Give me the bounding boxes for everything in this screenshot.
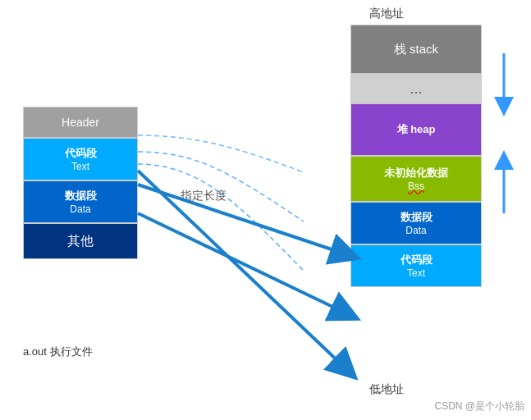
low-address-label: 低地址 [369, 382, 404, 397]
mem-bss: 未初始化数据 Bss [350, 156, 482, 202]
memory-box: 栈 stack ... 堆 heap 未初始化数据 Bss 数据段 Data 代… [350, 25, 482, 287]
mem-text: 代码段 Text [350, 244, 482, 287]
mem-data: 数据段 Data [350, 202, 482, 244]
high-address-label: 高地址 [369, 7, 404, 21]
svg-line-4 [138, 185, 346, 254]
svg-line-3 [138, 213, 346, 313]
segment-text: 代码段 Text [23, 138, 138, 180]
segment-header: Header [23, 107, 138, 138]
mem-stack: 栈 stack [350, 25, 482, 74]
segment-other: 其他 [23, 223, 138, 259]
aout-label: a.out 执行文件 [23, 345, 93, 359]
mem-dots: ... [350, 74, 482, 103]
csdn-label: CSDN @是个小轮胎 [434, 399, 524, 413]
svg-line-2 [138, 171, 346, 369]
mem-heap: 堆 heap [350, 103, 482, 156]
main-container: 高地址 Header 代码段 Text 数据段 Data 其他 a.out 执行… [0, 0, 531, 420]
zhiding-label: 指定长度 [181, 189, 227, 203]
segment-data: 数据段 Data [23, 180, 138, 223]
file-box: Header 代码段 Text 数据段 Data 其他 [23, 107, 138, 259]
